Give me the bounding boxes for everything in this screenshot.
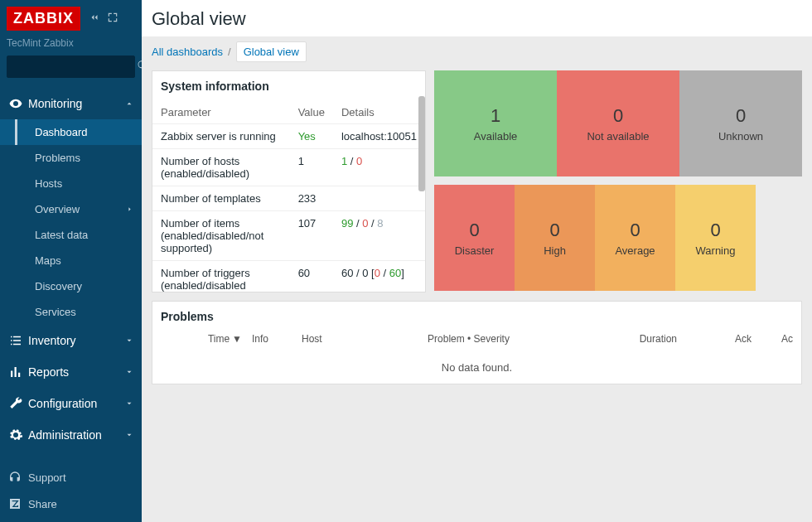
tile-available[interactable]: 1 Available: [434, 70, 557, 176]
system-information-widget: System information Parameter Value Detai…: [152, 70, 426, 292]
chevron-down-icon: [125, 397, 133, 410]
chevron-down-icon: [125, 428, 133, 442]
tile-not-available[interactable]: 0 Not available: [557, 70, 679, 176]
nav-item-maps[interactable]: Maps: [0, 248, 142, 273]
col-parameter: Parameter: [152, 101, 290, 124]
logo[interactable]: ZABBIX: [7, 7, 80, 31]
col-actions[interactable]: Ac: [752, 333, 793, 345]
col-value: Value: [290, 101, 333, 124]
chevron-up-icon: [125, 97, 133, 110]
search-box[interactable]: [7, 56, 135, 78]
col-info[interactable]: Info: [252, 333, 302, 345]
tile-disaster[interactable]: 0 Disaster: [434, 185, 515, 291]
sidebar: ZABBIX TecMint Zabbix Monitoring Das: [0, 0, 142, 522]
tile-warning[interactable]: 0 Warning: [675, 185, 756, 291]
nav-share[interactable]: Share: [0, 491, 142, 517]
headset-icon: [8, 471, 28, 484]
nav-item-services[interactable]: Services: [0, 299, 142, 325]
sysinfo-title: System information: [152, 71, 425, 101]
nav-monitoring[interactable]: Monitoring: [0, 88, 142, 119]
problems-widget: Problems Time▼ Info Host Problem • Sever…: [152, 301, 802, 384]
col-host[interactable]: Host: [302, 333, 368, 345]
problems-title: Problems: [152, 302, 801, 326]
list-icon: [8, 333, 28, 348]
nav: Monitoring Dashboard Problems Hosts Over…: [0, 88, 142, 456]
brand-subtitle: TecMint Zabbix: [0, 37, 142, 56]
z-icon: [8, 497, 28, 510]
table-row: Zabbix server is running Yes localhost:1…: [152, 124, 425, 149]
table-row: Number of hosts (enabled/disabled) 1 1 /…: [152, 149, 425, 186]
chevron-down-icon: [125, 334, 133, 347]
tile-unknown[interactable]: 0 Unknown: [679, 70, 802, 176]
breadcrumb-sep: /: [228, 46, 231, 58]
problems-empty: No data found.: [152, 351, 801, 384]
nav-item-discovery[interactable]: Discovery: [0, 273, 142, 299]
page-title: Global view: [142, 0, 812, 36]
collapse-icon[interactable]: [89, 12, 100, 26]
fullscreen-icon[interactable]: [107, 12, 118, 26]
availability-tiles: 1 Available 0 Not available 0 Unknown: [434, 70, 802, 176]
col-time[interactable]: Time▼: [161, 333, 252, 345]
nav-item-overview[interactable]: Overview: [0, 196, 142, 222]
nav-monitoring-label: Monitoring: [28, 97, 82, 110]
tile-high[interactable]: 0 High: [515, 185, 595, 291]
col-details: Details: [333, 101, 425, 124]
col-problem-severity[interactable]: Problem • Severity: [368, 333, 569, 345]
table-row: Number of items (enabled/disabled/not su…: [152, 211, 425, 261]
nav-item-dashboard[interactable]: Dashboard: [0, 119, 142, 145]
chevron-down-icon: [125, 365, 133, 379]
wrench-icon: [8, 396, 28, 411]
breadcrumb-current[interactable]: Global view: [236, 41, 307, 62]
col-duration[interactable]: Duration: [569, 333, 677, 345]
sysinfo-table: Parameter Value Details Zabbix server is…: [152, 101, 425, 292]
nav-support[interactable]: Support: [0, 464, 142, 491]
severity-tiles: 0 Disaster 0 High 0 Average 0: [434, 185, 802, 291]
bar-chart-icon: [8, 365, 28, 379]
table-row: Number of triggers (enabled/disabled [pr…: [152, 261, 425, 292]
tile-average[interactable]: 0 Average: [595, 185, 675, 291]
nav-item-problems[interactable]: Problems: [0, 145, 142, 171]
eye-icon: [8, 96, 28, 111]
nav-reports[interactable]: Reports: [0, 356, 142, 388]
table-row: Number of templates 233: [152, 186, 425, 211]
scrollbar-thumb[interactable]: [418, 96, 425, 191]
nav-configuration[interactable]: Configuration: [0, 388, 142, 419]
chevron-right-icon: [126, 203, 133, 215]
problems-columns: Time▼ Info Host Problem • Severity Durat…: [152, 326, 801, 351]
sort-desc-icon: ▼: [232, 333, 242, 345]
col-ack[interactable]: Ack: [677, 333, 752, 345]
main: Global view All dashboards / Global view…: [142, 0, 812, 522]
nav-item-hosts[interactable]: Hosts: [0, 171, 142, 196]
nav-item-latest[interactable]: Latest data: [0, 222, 142, 248]
search-input[interactable]: [12, 61, 137, 73]
nav-administration[interactable]: Administration: [0, 419, 142, 451]
gear-icon: [8, 428, 28, 442]
breadcrumb: All dashboards / Global view: [142, 36, 812, 70]
breadcrumb-all[interactable]: All dashboards: [152, 46, 223, 58]
nav-inventory[interactable]: Inventory: [0, 325, 142, 356]
